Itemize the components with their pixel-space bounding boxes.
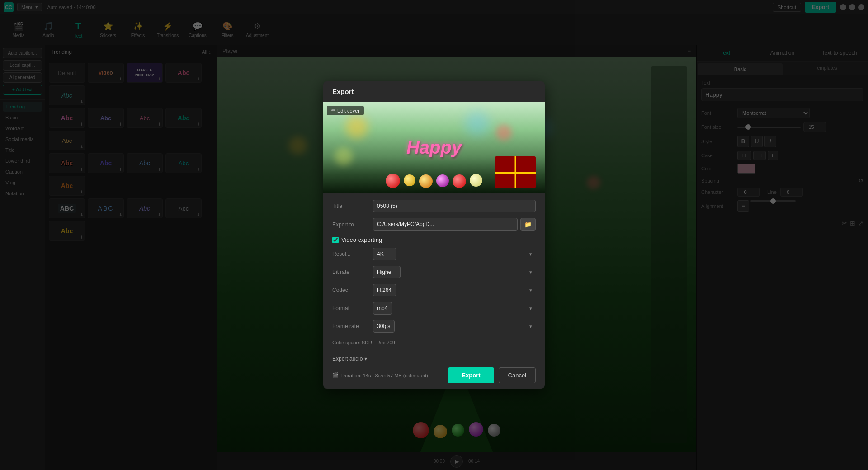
frame-rate-label: Frame rate: [332, 323, 373, 329]
video-export-checkbox[interactable]: [332, 237, 339, 243]
codec-row: Codec H.264 H.265 VP9: [332, 284, 536, 296]
prev-orn-4: [436, 174, 449, 187]
resolution-label: Resol...: [332, 251, 373, 257]
video-export-header: Video exporting: [332, 236, 536, 243]
preview-happy-text: Happy: [406, 137, 462, 158]
footer-buttons: Export Cancel: [448, 367, 536, 383]
resolution-select[interactable]: 4K 1080p 720p 480p: [373, 248, 396, 260]
bit-rate-select-wrapper: Higher High Medium Low: [373, 266, 536, 278]
format-select[interactable]: mp4 mov avi: [373, 302, 392, 315]
duration-size-info: Duration: 14s | Size: 57 MB (estimated): [341, 373, 428, 378]
video-icon: 🎬: [332, 372, 339, 378]
codec-select-wrapper: H.264 H.265 VP9: [373, 284, 536, 296]
preview-bokeh-2: [496, 125, 512, 141]
dialog-title: Export: [332, 88, 354, 95]
export-to-row: Export to C:/Users/MyPC/AppD... 📁: [332, 218, 536, 231]
prev-orn-3: [419, 174, 433, 188]
resolution-row: Resol... 4K 1080p 720p 480p: [332, 248, 536, 260]
dialog-body: Happy ✏ Edit cover Title Export to: [323, 102, 545, 362]
preview-scene: Happy: [323, 102, 545, 193]
format-label: Format: [332, 305, 373, 311]
preview-bokeh-3: [465, 111, 490, 136]
preview-bokeh-4: [335, 147, 353, 165]
frame-rate-row: Frame rate 30fps 24fps 60fps: [332, 320, 536, 333]
footer-info: 🎬 Duration: 14s | Size: 57 MB (estimated…: [332, 372, 428, 378]
dialog-header: Export: [323, 81, 545, 102]
dialog-preview: Happy ✏ Edit cover: [323, 102, 545, 193]
title-input[interactable]: [373, 200, 536, 212]
edit-cover-label: Edit cover: [337, 108, 359, 113]
frame-rate-select[interactable]: 30fps 24fps 60fps: [373, 320, 395, 333]
prev-orn-2: [404, 174, 415, 186]
pencil-icon: ✏: [331, 108, 335, 113]
title-row: Title: [332, 200, 536, 212]
edit-cover-button[interactable]: ✏ Edit cover: [327, 106, 364, 115]
bit-rate-row: Bit rate Higher High Medium Low: [332, 266, 536, 278]
frame-rate-select-wrapper: 30fps 24fps 60fps: [373, 320, 536, 333]
export-confirm-button[interactable]: Export: [448, 367, 494, 383]
export-audio-toggle[interactable]: Export audio ▾: [332, 356, 536, 362]
bit-rate-label: Bit rate: [332, 269, 373, 275]
format-select-wrapper: mp4 mov avi: [373, 302, 536, 315]
bit-rate-select[interactable]: Higher High Medium Low: [373, 266, 401, 278]
prev-orn-6: [470, 174, 482, 187]
export-audio-label: Export audio: [332, 356, 363, 362]
gift-ribbon-v: [515, 156, 516, 188]
title-field-label: Title: [332, 203, 373, 209]
format-row: Format mp4 mov avi: [332, 302, 536, 315]
export-audio-section: Export audio ▾: [332, 351, 536, 362]
color-space-info: Color space: SDR - Rec.709: [332, 338, 536, 349]
export-dialog: Export: [323, 81, 545, 389]
export-overlay: Export: [0, 0, 868, 470]
cancel-button[interactable]: Cancel: [499, 367, 536, 383]
gift-1: [495, 156, 536, 188]
codec-label: Codec: [332, 287, 373, 293]
dialog-form: Title Export to C:/Users/MyPC/AppD... 📁 …: [323, 193, 545, 362]
dialog-footer: 🎬 Duration: 14s | Size: 57 MB (estimated…: [323, 362, 545, 389]
codec-select[interactable]: H.264 H.265 VP9: [373, 284, 396, 296]
video-export-label: Video exporting: [341, 236, 382, 243]
prev-orn-1: [386, 174, 400, 188]
folder-button[interactable]: 📁: [520, 218, 536, 231]
export-path: C:/Users/MyPC/AppD...: [373, 218, 518, 231]
preview-bokeh-1: [345, 116, 368, 138]
export-to-label: Export to: [332, 221, 373, 228]
preview-ornaments: [386, 174, 482, 188]
export-to-group: C:/Users/MyPC/AppD... 📁: [373, 218, 536, 231]
resolution-select-wrapper: 4K 1080p 720p 480p: [373, 248, 536, 260]
prev-orn-5: [453, 174, 466, 188]
